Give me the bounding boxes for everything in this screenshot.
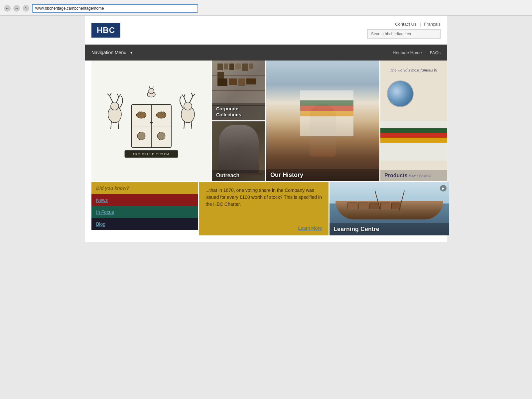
page-wrapper: HBC Contact Us | Français Navigation Men… (85, 16, 447, 242)
sidebar-infocus-link[interactable]: In Focus (91, 206, 198, 218)
learn-more-link[interactable]: Learn More (298, 225, 322, 231)
svg-line-20 (118, 121, 119, 129)
corporate-bg: Corporate Collections (212, 61, 265, 120)
nav-menu[interactable]: Navigation Menu ▼ (91, 50, 133, 55)
contact-us-link[interactable]: Contact Us (395, 22, 416, 27)
did-you-know-header: Did you know? (91, 182, 198, 194)
corporate-label: Corporate Collections (216, 106, 261, 118)
learning-centre-label: Learning Centre (333, 226, 379, 232)
svg-line-16 (116, 97, 119, 103)
svg-line-27 (184, 94, 185, 97)
navbar: Navigation Menu ▼ Heritage Home FAQs (85, 45, 447, 61)
back-button[interactable]: ← (4, 5, 11, 12)
did-you-know-text: ...that in 1670, one voting share in the… (205, 187, 322, 208)
products-label: Products (384, 173, 407, 178)
svg-line-15 (107, 94, 110, 96)
svg-line-13 (110, 96, 113, 103)
sidebar-news-link[interactable]: News (91, 194, 198, 206)
refresh-button[interactable]: ↻ (23, 5, 29, 12)
history-label: Our History (270, 172, 303, 178)
svg-line-34 (153, 86, 153, 89)
header: HBC Contact Us | Français (85, 16, 447, 45)
hbc-logo[interactable]: HBC (91, 23, 120, 38)
corporate-label-overlay: Corporate Collections (212, 103, 265, 120)
history-label-overlay: Our History (266, 169, 379, 181)
heritage-home-link[interactable]: Heritage Home (393, 50, 422, 55)
separator: | (420, 22, 421, 27)
svg-point-32 (149, 88, 154, 94)
svg-text:PRO PELLE CUTEM: PRO PELLE CUTEM (133, 153, 170, 156)
svg-line-28 (182, 94, 184, 97)
svg-point-12 (111, 102, 119, 110)
svg-line-18 (119, 94, 121, 97)
svg-line-23 (190, 96, 193, 103)
svg-point-4 (138, 112, 141, 115)
svg-point-9 (137, 132, 145, 140)
outreach-cell[interactable]: Outreach (212, 121, 265, 181)
outreach-label-overlay: Outreach (212, 170, 265, 181)
products-cell[interactable]: The world's most famous bl (380, 61, 447, 181)
nav-menu-arrow: ▼ (130, 51, 133, 55)
svg-point-22 (184, 102, 192, 110)
svg-line-26 (184, 97, 186, 103)
coat-of-arms-cell: PRO PELLE CUTEM (91, 61, 211, 181)
svg-point-6 (162, 112, 165, 115)
url-text: www.hbcheritage.ca/hbcheritage/home (35, 6, 104, 11)
svg-line-33 (149, 86, 150, 89)
francais-link[interactable]: Français (424, 22, 441, 27)
svg-line-25 (193, 94, 195, 96)
products-bg: The world's most famous bl (380, 61, 447, 181)
history-bg (266, 61, 379, 181)
outreach-label: Outreach (216, 173, 239, 178)
bottom-section: Did you know? News In Focus Blog ...that… (91, 182, 441, 235)
did-you-know-content: ...that in 1670, one voting share in the… (199, 182, 329, 235)
header-right: Contact Us | Français (367, 22, 441, 39)
products-cursive-text: The world's most famous bl (390, 67, 438, 72)
header-links: Contact Us | Français (395, 22, 441, 27)
svg-line-14 (110, 93, 111, 96)
main-content: PRO PELLE CUTEM (85, 61, 447, 242)
corporate-collections-cell[interactable]: Corporate Collections (212, 61, 265, 120)
learning-centre-cell[interactable]: ▶ Learning Centre (330, 182, 449, 235)
search-input[interactable] (367, 29, 441, 39)
learning-label-overlay: Learning Centre (330, 223, 449, 235)
our-history-cell[interactable]: Our History (266, 61, 379, 181)
image-grid: PRO PELLE CUTEM (91, 61, 441, 181)
address-bar[interactable]: www.hbcheritage.ca/hbcheritage/home (32, 4, 198, 13)
svg-line-19 (111, 121, 111, 129)
svg-line-24 (191, 93, 193, 96)
sidebar: Did you know? News In Focus Blog (91, 182, 198, 235)
svg-line-17 (117, 94, 119, 97)
products-label-overlay: Products BAY / Point © (380, 170, 447, 181)
faqs-link[interactable]: FAQs (430, 50, 441, 55)
browser-chrome: ← → ↻ www.hbcheritage.ca/hbcheritage/hom… (0, 0, 532, 16)
nav-menu-label: Navigation Menu (91, 50, 126, 55)
nav-right: Heritage Home FAQs (393, 50, 441, 55)
forward-button[interactable]: → (13, 5, 20, 12)
svg-line-29 (191, 121, 192, 129)
svg-point-10 (157, 132, 165, 140)
svg-line-30 (184, 121, 185, 129)
sidebar-blog-link[interactable]: Blog (91, 218, 198, 230)
coat-of-arms-svg: PRO PELLE CUTEM (101, 65, 201, 178)
